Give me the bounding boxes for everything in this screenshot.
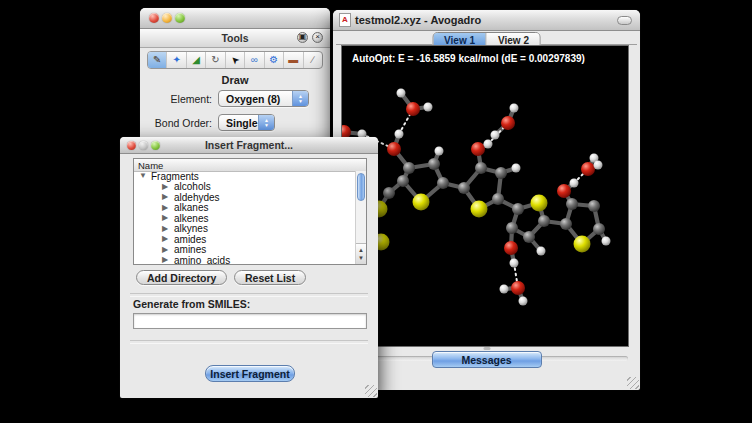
navigate-tool-button[interactable]: ✦ <box>167 52 186 68</box>
atom-C <box>506 222 518 234</box>
close-traffic-light[interactable] <box>149 13 159 23</box>
disclosure-triangle-icon[interactable]: ▶ <box>162 183 174 191</box>
element-popup-value: Oxygen (8) <box>226 93 280 105</box>
resize-grip[interactable] <box>627 377 639 389</box>
tree-item-amides[interactable]: ▶amides <box>134 234 355 245</box>
atom-H <box>519 297 528 306</box>
manipulate-tool-button[interactable]: ↻ <box>206 52 225 68</box>
dialog-titlebar[interactable]: Insert Fragment... <box>120 137 378 154</box>
atom-O <box>501 116 515 130</box>
messages-button[interactable]: Messages <box>432 351 542 368</box>
insert-fragment-button[interactable]: Insert Fragment <box>205 365 295 382</box>
scrollbar-arrows[interactable]: ▲ ▼ <box>356 243 366 264</box>
list-scrollbar[interactable]: ▲ ▼ <box>355 171 366 264</box>
align-tool-icon: ∕ <box>312 55 314 65</box>
smiles-label: Generate from SMILES: <box>133 298 250 310</box>
tree-item-fragments-root[interactable]: ▼Fragments <box>134 171 355 182</box>
element-popup[interactable]: Oxygen (8) ▲▼ <box>218 90 309 107</box>
bond-centric-tool-icon: ◢ <box>192 55 200 65</box>
selection-tool-icon: ➤ <box>228 53 241 66</box>
atom-C <box>593 223 605 235</box>
atom-C <box>475 162 487 174</box>
active-tool-title: Draw <box>140 74 330 86</box>
tree-item-aldehydes[interactable]: ▶aldehydes <box>134 192 355 203</box>
molecule-render <box>342 46 628 346</box>
toolbar-pill-button[interactable] <box>617 16 632 25</box>
tree-item-label: amino_acids <box>174 255 230 265</box>
scroll-down-icon[interactable]: ▼ <box>358 255 364 261</box>
splitter-handle[interactable] <box>483 347 490 350</box>
tree-item-amino_acids[interactable]: ▶amino_acids <box>134 255 355 265</box>
atom-O <box>387 142 401 156</box>
element-label: Element: <box>150 93 212 105</box>
document-icon: A <box>339 13 351 27</box>
disclosure-triangle-icon[interactable]: ▶ <box>162 235 174 243</box>
atom-H <box>500 285 509 294</box>
bond-order-popup[interactable]: Single ▲▼ <box>218 114 275 131</box>
tree-item-alkanes[interactable]: ▶alkanes <box>134 203 355 214</box>
tree-item-alcohols[interactable]: ▶alcohols <box>134 182 355 193</box>
disclosure-triangle-icon[interactable]: ▶ <box>162 204 174 212</box>
atom-C <box>495 167 507 179</box>
dialog-title: Insert Fragment... <box>120 139 378 151</box>
atom-H <box>570 179 579 188</box>
atom-C <box>403 162 415 174</box>
bond-centric-tool-button[interactable]: ◢ <box>187 52 206 68</box>
main-window-titlebar[interactable]: A testmol2.xyz - Avogadro <box>333 10 640 31</box>
atom-C <box>566 198 578 210</box>
minimize-traffic-light[interactable] <box>162 13 172 23</box>
resize-grip[interactable] <box>365 385 377 397</box>
atom-H <box>594 161 603 170</box>
atom-S <box>574 236 591 253</box>
atom-O <box>581 162 595 176</box>
disclosure-triangle-icon[interactable]: ▼ <box>139 172 150 180</box>
reset-list-button[interactable]: Reset List <box>234 270 306 285</box>
atom-H <box>484 140 493 149</box>
scroll-up-icon[interactable]: ▲ <box>358 247 364 253</box>
dock-close-button[interactable]: × <box>312 32 323 43</box>
tree-item-label: amines <box>174 244 206 255</box>
disclosure-triangle-icon[interactable]: ▶ <box>162 193 174 201</box>
align-tool-button[interactable]: ∕ <box>304 52 322 68</box>
tree-item-amines[interactable]: ▶amines <box>134 245 355 256</box>
atom-H <box>512 164 521 173</box>
atom-C <box>492 193 504 205</box>
atom-H <box>435 147 444 156</box>
auto-optimize-tool-button[interactable]: ⚙ <box>265 52 284 68</box>
zoom-traffic-light[interactable] <box>175 13 185 23</box>
tools-dock-title: Tools <box>221 32 248 44</box>
dock-float-button[interactable]: ▣ <box>297 32 308 43</box>
bond-order-label: Bond Order: <box>150 117 212 129</box>
gl-viewport[interactable]: AutoOpt: E = -16.5859 kcal/mol (dE = 0.0… <box>341 45 629 347</box>
draw-tool-button[interactable]: ✎ <box>148 52 167 68</box>
atom-C <box>523 231 535 243</box>
popup-stepper-icon: ▲▼ <box>258 115 274 130</box>
add-directory-button[interactable]: Add Directory <box>136 270 227 285</box>
tree-item-label: alkanes <box>174 202 208 213</box>
bond-order-popup-value: Single <box>226 117 258 129</box>
atom-O <box>406 102 420 116</box>
atom-C <box>512 203 524 215</box>
measure-tool-icon: ▬ <box>288 55 298 65</box>
tools-window-titlebar[interactable] <box>140 8 330 29</box>
atom-C <box>428 158 440 170</box>
manipulate-tool-icon: ↻ <box>211 55 219 65</box>
scrollbar-thumb[interactable] <box>357 173 365 201</box>
disclosure-triangle-icon[interactable]: ▶ <box>162 214 174 222</box>
tool-strip: ✎✦◢↻➤∞⚙▬∕ <box>147 51 323 69</box>
tree-item-alkenes[interactable]: ▶alkenes <box>134 213 355 224</box>
disclosure-triangle-icon[interactable]: ▶ <box>162 256 174 264</box>
separator <box>130 293 368 297</box>
disclosure-triangle-icon[interactable]: ▶ <box>162 246 174 254</box>
atom-C <box>560 218 572 230</box>
atom-H <box>602 237 611 246</box>
auto-rotate-tool-button[interactable]: ∞ <box>245 52 264 68</box>
insert-fragment-dialog: Insert Fragment... Name ▼Fragments▶alcoh… <box>120 137 378 398</box>
smiles-input[interactable] <box>133 313 367 329</box>
measure-tool-button[interactable]: ▬ <box>284 52 303 68</box>
tree-item-alkynes[interactable]: ▶alkynes <box>134 224 355 235</box>
avogadro-main-window: A testmol2.xyz - Avogadro View 1View 2 <box>333 10 640 390</box>
disclosure-triangle-icon[interactable]: ▶ <box>162 225 174 233</box>
tools-dock-header[interactable]: Tools ▣ × <box>140 29 330 48</box>
selection-tool-button[interactable]: ➤ <box>226 52 245 68</box>
